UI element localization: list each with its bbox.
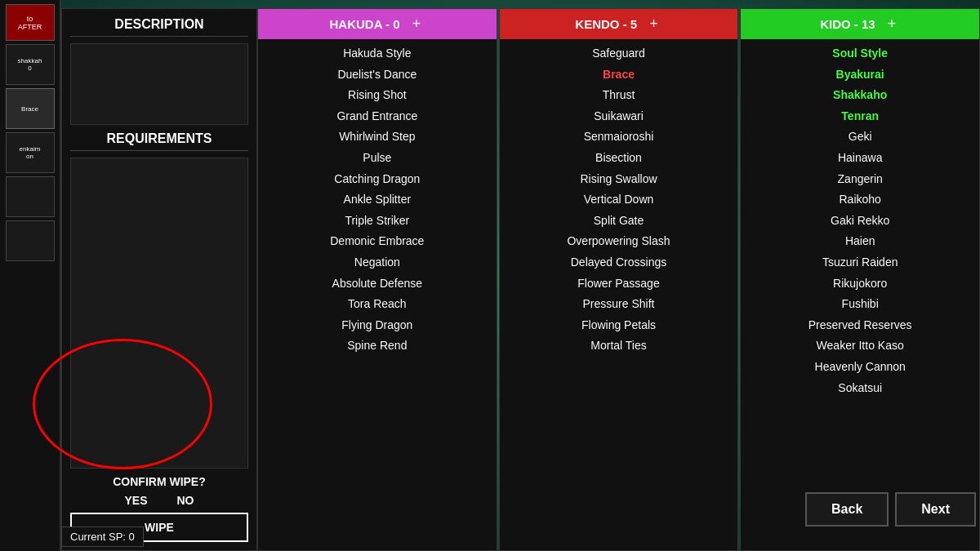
skill-item[interactable]: Byakurai (741, 64, 979, 86)
skill-item[interactable]: Negation (258, 252, 497, 273)
skill-item[interactable]: Overpowering Slash (500, 231, 738, 252)
skill-item[interactable]: Delayed Crossings (500, 252, 738, 273)
skill-item[interactable]: Gaki Rekko (741, 211, 979, 232)
sidebar-top-icon: toAFTER (6, 4, 55, 41)
description-panel: DESCRIPTION REQUIREMENTS CONFIRM WIPE? Y… (61, 8, 257, 551)
confirm-wipe-label: CONFIRM WIPE? (113, 475, 206, 488)
skill-item[interactable]: Spine Rend (258, 335, 497, 357)
sidebar-item-4[interactable] (6, 176, 55, 217)
sidebar-top-text: toAFTER (18, 15, 42, 31)
skill-item[interactable]: Whirlwind Step (258, 127, 497, 148)
sidebar-item-enkaim[interactable]: enkaimon (6, 132, 55, 173)
skill-item[interactable]: Weaker Itto Kaso (741, 335, 979, 357)
kendo-skill-list: SafeguardBraceThrustSuikawariSenmaiorosh… (500, 39, 738, 550)
sidebar-item-brace[interactable]: Brace (6, 88, 55, 129)
skill-item[interactable]: Demonic Embrace (258, 231, 497, 252)
skill-item[interactable]: Senmaioroshi (500, 127, 738, 148)
skill-item[interactable]: Hakuda Style (258, 43, 497, 64)
sidebar-item-shakkah[interactable]: shakkah0 (6, 44, 55, 85)
skill-item[interactable]: Safeguard (500, 43, 738, 64)
skill-item[interactable]: Fushibi (741, 294, 979, 315)
skill-item[interactable]: Tsuzuri Raiden (741, 252, 979, 273)
skill-item[interactable]: Split Gate (500, 211, 738, 232)
skill-item[interactable]: Tora Reach (258, 294, 497, 315)
hakuda-title: HAKUDA - 0 (330, 17, 400, 31)
skill-item[interactable]: Bisection (500, 148, 738, 169)
hakuda-plus-button[interactable]: + (408, 16, 425, 33)
kido-header: KIDO - 13 + (741, 9, 979, 39)
skill-item[interactable]: Geki (741, 127, 979, 148)
skill-item[interactable]: Rikujokoro (741, 273, 979, 295)
back-button[interactable]: Back (805, 492, 889, 527)
yes-button[interactable]: YES (118, 492, 154, 509)
skill-item[interactable]: Ankle Splitter (258, 189, 497, 211)
requirements-content (70, 158, 248, 469)
sidebar-item-5[interactable] (6, 220, 55, 261)
kido-plus-button[interactable]: + (884, 16, 901, 33)
confirm-buttons: YES NO (118, 492, 200, 509)
skill-item[interactable]: Sokatsui (741, 378, 979, 399)
main-panel: DESCRIPTION REQUIREMENTS CONFIRM WIPE? Y… (61, 8, 980, 551)
skill-item[interactable]: Triple Striker (258, 211, 497, 232)
sidebar: toAFTER shakkah0 Brace enkaimon (0, 0, 61, 551)
skill-item[interactable]: Pulse (258, 148, 497, 169)
description-title: DESCRIPTION (70, 17, 248, 37)
hakuda-column: HAKUDA - 0 + Hakuda StyleDuelist's Dance… (257, 8, 497, 551)
no-button[interactable]: NO (171, 492, 201, 509)
skill-item[interactable]: Preserved Reserves (741, 315, 979, 336)
kido-column: KIDO - 13 + Soul StyleByakuraiShakkahoTe… (740, 8, 980, 551)
description-content (70, 43, 248, 125)
skill-item[interactable]: Brace (500, 64, 738, 86)
skill-item[interactable]: Hainawa (741, 148, 979, 169)
kendo-plus-button[interactable]: + (645, 16, 662, 33)
hakuda-header: HAKUDA - 0 + (258, 9, 497, 39)
next-button[interactable]: Next (895, 492, 976, 527)
skill-item[interactable]: Grand Entrance (258, 106, 497, 127)
skill-item[interactable]: Tenran (741, 106, 979, 127)
bottom-buttons: Back Next (805, 492, 976, 527)
skill-item[interactable]: Zangerin (741, 169, 979, 190)
skill-item[interactable]: Raikoho (741, 189, 979, 211)
skill-item[interactable]: Pressure Shift (500, 294, 738, 315)
kendo-title: KENDO - 5 (575, 17, 637, 31)
skill-item[interactable]: Haien (741, 231, 979, 252)
requirements-title: REQUIREMENTS (70, 131, 248, 151)
hakuda-skill-list: Hakuda StyleDuelist's DanceRising ShotGr… (258, 39, 497, 550)
skills-area: HAKUDA - 0 + Hakuda StyleDuelist's Dance… (257, 8, 980, 551)
skill-item[interactable]: Rising Shot (258, 85, 497, 106)
skill-item[interactable]: Catching Dragon (258, 169, 497, 190)
skill-item[interactable]: Rising Swallow (500, 169, 738, 190)
skill-item[interactable]: Thrust (500, 85, 738, 106)
kido-title: KIDO - 13 (820, 17, 875, 31)
kido-skill-list: Soul StyleByakuraiShakkahoTenranGekiHain… (741, 39, 979, 550)
skill-item[interactable]: Flower Passage (500, 273, 738, 295)
skill-item[interactable]: Soul Style (741, 43, 979, 64)
skill-item[interactable]: Shakkaho (741, 85, 979, 106)
current-sp-display: Current SP: 0 (61, 527, 144, 547)
skill-item[interactable]: Heavenly Cannon (741, 357, 979, 378)
skill-item[interactable]: Duelist's Dance (258, 64, 497, 86)
skill-item[interactable]: Suikawari (500, 106, 738, 127)
kendo-header: KENDO - 5 + (500, 9, 738, 39)
skill-item[interactable]: Vertical Down (500, 189, 738, 211)
kendo-column: KENDO - 5 + SafeguardBraceThrustSuikawar… (499, 8, 739, 551)
skill-item[interactable]: Absolute Defense (258, 273, 497, 295)
skill-item[interactable]: Flowing Petals (500, 315, 738, 336)
skill-item[interactable]: Mortal Ties (500, 335, 738, 357)
skill-item[interactable]: Flying Dragon (258, 315, 497, 336)
